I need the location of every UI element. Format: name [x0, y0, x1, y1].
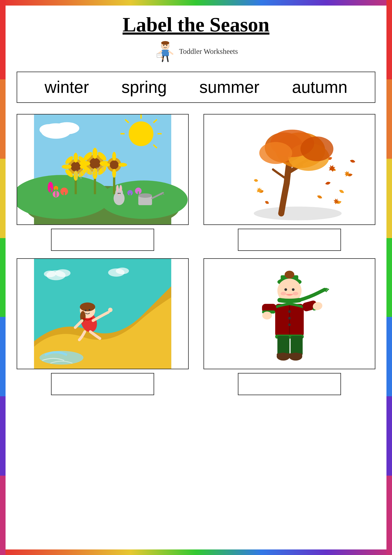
- svg-point-93: [55, 269, 71, 277]
- word-spring: spring: [121, 78, 167, 97]
- rainbow-border-top: [0, 0, 392, 6]
- svg-point-112: [281, 292, 286, 295]
- svg-point-104: [108, 308, 113, 312]
- autumn-svg: [204, 115, 375, 224]
- svg-point-2: [163, 45, 164, 46]
- svg-rect-133: [277, 353, 290, 358]
- svg-rect-4: [162, 50, 169, 56]
- svg-rect-135: [289, 353, 302, 358]
- svg-point-54: [112, 152, 116, 161]
- svg-point-128: [262, 312, 272, 320]
- svg-rect-62: [64, 192, 65, 200]
- svg-point-100: [80, 302, 95, 311]
- svg-line-8: [167, 56, 168, 61]
- svg-point-77: [118, 194, 120, 195]
- label-box-autumn[interactable]: [238, 229, 341, 251]
- word-bank: winter spring summer autumn: [17, 72, 375, 103]
- seasons-grid: fiverr: [17, 114, 375, 402]
- svg-point-76: [119, 193, 121, 194]
- svg-point-55: [112, 169, 116, 178]
- svg-line-6: [169, 51, 173, 54]
- svg-point-119: [288, 310, 291, 313]
- logo-text: Toddler Worksheets: [179, 47, 238, 56]
- word-summer: summer: [200, 78, 259, 97]
- label-box-spring[interactable]: [51, 229, 154, 251]
- page-content: Label the Season T: [6, 6, 386, 549]
- svg-point-94: [44, 271, 56, 277]
- svg-point-81: [163, 193, 164, 194]
- svg-point-110: [284, 288, 287, 291]
- svg-rect-68: [50, 188, 51, 197]
- svg-point-108: [285, 271, 294, 279]
- svg-point-84: [254, 206, 342, 220]
- svg-point-17: [40, 124, 59, 135]
- season-cell-summer: [17, 258, 189, 395]
- svg-rect-131: [291, 336, 303, 356]
- season-image-summer: [17, 258, 189, 369]
- svg-point-111: [292, 288, 294, 291]
- svg-point-43: [93, 148, 97, 159]
- svg-point-113: [293, 292, 298, 295]
- logo-icon: [154, 40, 176, 62]
- season-cell-autumn: [203, 114, 376, 251]
- svg-point-34: [62, 164, 71, 169]
- svg-point-73: [117, 186, 118, 192]
- svg-point-74: [120, 186, 122, 192]
- svg-rect-130: [277, 336, 289, 356]
- label-box-winter[interactable]: [238, 373, 341, 395]
- winter-svg: [204, 259, 375, 369]
- svg-point-32: [74, 153, 78, 162]
- season-image-spring: fiverr: [17, 114, 189, 225]
- svg-point-1: [161, 41, 169, 45]
- summer-svg: [17, 259, 188, 369]
- svg-point-18: [129, 121, 153, 146]
- rainbow-border-right: [386, 0, 392, 555]
- svg-point-75: [118, 193, 119, 194]
- season-image-autumn: [203, 114, 376, 225]
- word-winter: winter: [44, 78, 89, 97]
- season-cell-winter: [203, 258, 376, 395]
- season-image-winter: [203, 258, 376, 369]
- word-autumn: autumn: [292, 78, 348, 97]
- page-title: Label the Season: [122, 13, 270, 37]
- svg-point-3: [166, 45, 167, 46]
- svg-point-96: [116, 268, 129, 274]
- svg-point-89: [300, 137, 333, 161]
- svg-rect-64: [129, 193, 131, 200]
- svg-point-90: [259, 142, 292, 164]
- logo-area: Toddler Worksheets: [154, 40, 238, 62]
- label-box-summer[interactable]: [51, 373, 154, 395]
- svg-point-121: [288, 323, 291, 326]
- svg-point-103: [89, 309, 90, 311]
- spring-svg: fiverr: [17, 115, 188, 224]
- svg-point-57: [118, 163, 127, 167]
- svg-point-120: [288, 317, 291, 320]
- svg-point-102: [85, 310, 86, 311]
- svg-point-79: [138, 193, 152, 198]
- rainbow-border-left: [0, 0, 6, 555]
- svg-point-53: [110, 161, 119, 169]
- svg-rect-60: [56, 189, 57, 197]
- svg-point-80: [161, 194, 162, 195]
- season-cell-spring: fiverr: [17, 114, 189, 251]
- rainbow-border-bottom: [0, 549, 392, 555]
